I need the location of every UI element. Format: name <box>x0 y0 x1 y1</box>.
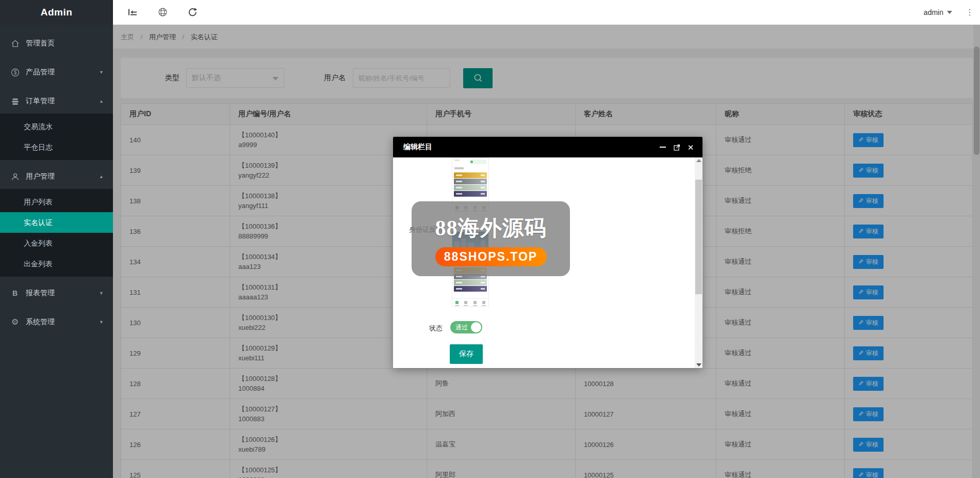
sidebar-item-close-log[interactable]: 平仓日志 <box>0 137 113 157</box>
modal-scrollbar-thumb[interactable] <box>695 180 702 294</box>
edit-modal: 编辑栏目 ✕ <box>393 137 703 368</box>
layers-icon <box>10 97 20 106</box>
report-b-icon: B <box>10 289 20 298</box>
scroll-up-icon[interactable] <box>696 159 701 162</box>
scroll-down-icon[interactable] <box>696 363 701 367</box>
sidebar-item-label: 报表管理 <box>26 289 99 298</box>
sidebar-item-products[interactable]: $ 产品管理 ▼ <box>0 60 113 85</box>
maximize-icon[interactable] <box>673 144 680 151</box>
status-toggle[interactable]: 通过 <box>450 321 482 333</box>
minimize-icon[interactable] <box>659 144 666 151</box>
sidebar-item-label: 系统管理 <box>26 317 99 327</box>
home-icon <box>10 39 20 48</box>
sidebar-item-withdraw-list[interactable]: 出金列表 <box>0 253 113 274</box>
topbar: admin ⋮ <box>113 0 980 25</box>
modal-scrollbar[interactable] <box>695 157 703 368</box>
status-toggle-text: 通过 <box>455 324 468 331</box>
sidebar-nav: 管理首页 $ 产品管理 ▼ 订单管理 ▲ 交易流水 平仓日志 用户管理 ▲ <box>0 25 113 334</box>
sidebar-item-label: 管理首页 <box>26 39 105 48</box>
sidebar-item-user-list[interactable]: 用户列表 <box>0 192 113 212</box>
more-dots-icon[interactable]: ⋮ <box>966 8 974 17</box>
status-label: 状态 <box>393 324 443 333</box>
sidebar-item-dashboard[interactable]: 管理首页 <box>0 31 113 56</box>
modal-header: 编辑栏目 ✕ <box>393 137 703 157</box>
sidebar-item-realname-verify[interactable]: 实名认证 <box>0 212 113 233</box>
gear-icon: ⚙ <box>10 317 20 327</box>
sidebar-item-deposit-list[interactable]: 入金列表 <box>0 233 113 253</box>
app-logo: Admin <box>0 0 113 25</box>
chevron-up-icon: ▲ <box>99 174 104 179</box>
watermark: 88海外源码 88SHOPS.TOP <box>412 201 570 276</box>
chevron-down-icon: ▼ <box>99 291 104 296</box>
sidebar-item-label: 订单管理 <box>26 97 99 106</box>
toggle-knob <box>471 322 481 332</box>
chevron-down-icon: ▼ <box>99 320 104 325</box>
topbar-left-icons <box>113 7 198 18</box>
sidebar-item-users[interactable]: 用户管理 ▲ <box>0 164 113 189</box>
sidebar-item-label: 用户管理 <box>26 172 99 181</box>
globe-icon[interactable] <box>157 7 168 18</box>
sidebar-item-system[interactable]: ⚙ 系统管理 ▼ <box>0 310 113 334</box>
admin-dropdown[interactable]: admin <box>924 8 952 17</box>
modal-title: 编辑栏目 <box>403 142 659 152</box>
caret-down-icon <box>947 11 952 14</box>
user-icon <box>10 172 20 181</box>
sidebar-item-orders[interactable]: 订单管理 ▲ <box>0 89 113 114</box>
svg-text:$: $ <box>13 70 17 75</box>
sidebar-item-trade-flow[interactable]: 交易流水 <box>0 116 113 137</box>
admin-username: admin <box>924 8 943 17</box>
topbar-right: admin ⋮ <box>924 8 980 17</box>
save-button[interactable]: 保存 <box>450 344 483 364</box>
collapse-sidebar-icon[interactable] <box>127 7 138 18</box>
users-submenu: 用户列表 实名认证 入金列表 出金列表 <box>0 189 113 277</box>
refresh-icon[interactable] <box>187 7 198 18</box>
orders-submenu: 交易流水 平仓日志 <box>0 114 113 160</box>
watermark-title: 88海外源码 <box>412 214 570 243</box>
modal-body: 身份证反面 状态 通过 <box>393 157 703 368</box>
watermark-domain: 88SHOPS.TOP <box>435 247 547 266</box>
sidebar-item-reports[interactable]: B 报表管理 ▼ <box>0 281 113 306</box>
dollar-icon: $ <box>10 68 20 77</box>
sidebar: Admin 管理首页 $ 产品管理 ▼ 订单管理 ▲ 交易流水 平仓日志 <box>0 0 113 478</box>
sidebar-item-label: 产品管理 <box>26 68 99 77</box>
chevron-down-icon: ▼ <box>99 70 104 75</box>
chevron-up-icon: ▲ <box>99 99 104 104</box>
close-icon[interactable]: ✕ <box>687 144 694 151</box>
